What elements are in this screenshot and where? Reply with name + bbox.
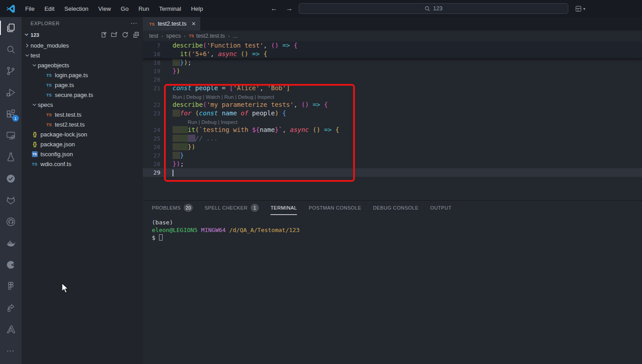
refresh-icon[interactable]: [122, 31, 128, 39]
activitybar-source-control-icon[interactable]: [0, 60, 22, 82]
file-package-json[interactable]: {}package.json: [22, 139, 143, 149]
file-tree: node_modulestestpageobjectsTSlogin.page.…: [22, 40, 143, 169]
activitybar-share-arrow-icon[interactable]: [0, 297, 22, 319]
explorer-section-root[interactable]: 123: [22, 30, 143, 40]
file-secure-page-ts[interactable]: TSsecure.page.ts: [22, 90, 143, 100]
activitybar-docker-icon[interactable]: [0, 232, 22, 254]
line-number: 23: [143, 109, 173, 118]
menu-run[interactable]: Run: [133, 3, 154, 14]
file-page-ts[interactable]: TSpage.ts: [22, 80, 143, 90]
panel-tab-postman-console[interactable]: POSTMAN CONSOLE: [309, 201, 361, 215]
breadcrumb-item[interactable]: ...: [233, 33, 237, 39]
activitybar-check-circle-icon[interactable]: [0, 168, 22, 189]
breadcrumb-item[interactable]: specs: [166, 33, 181, 39]
tree-item-label: tsconfig.json: [40, 151, 73, 158]
activitybar-gitlab-icon[interactable]: [0, 189, 22, 211]
code-line-21: 21const people = ['Alice', 'Bob']: [143, 84, 642, 92]
menu-edit[interactable]: Edit: [40, 3, 59, 14]
activity-bar: 1⋯: [0, 17, 22, 364]
menu-terminal[interactable]: Terminal: [154, 3, 186, 14]
activitybar-search-icon[interactable]: [0, 39, 22, 60]
forward-arrow-icon[interactable]: →: [285, 4, 294, 13]
file-package-lock-json[interactable]: {}package-lock.json: [22, 129, 143, 139]
line-number: 29: [143, 168, 173, 177]
code-line-19: 19}): [143, 67, 642, 75]
codelens-row: Run | Debug | Inspect: [143, 118, 642, 126]
explorer-more-icon[interactable]: ⋯: [130, 19, 137, 27]
tree-item-label: package.json: [40, 141, 75, 148]
close-icon[interactable]: ✕: [191, 21, 196, 27]
activitybar-remote-explorer-icon[interactable]: [0, 125, 22, 146]
activitybar-explorer-icon[interactable]: [0, 17, 22, 39]
activitybar-pie-circle-icon[interactable]: [0, 254, 22, 276]
tree-item-label: page.ts: [55, 82, 74, 88]
tree-item-label: wdio.conf.ts: [40, 161, 71, 167]
terminal[interactable]: (base)eleon@LEGION5 MINGW64 /d/QA_A/Test…: [143, 215, 642, 241]
chevron-down-icon: ▾: [583, 6, 585, 11]
panel-tab-terminal[interactable]: TERMINAL: [270, 201, 297, 215]
menu-file[interactable]: File: [20, 3, 40, 14]
codelens-actions[interactable]: Run | Debug | Watch | Run | Debug | Insp…: [173, 94, 274, 100]
tree-item-label: test2.test.ts: [55, 121, 84, 128]
folder-node-modules[interactable]: node_modules: [22, 40, 143, 50]
activitybar-extensions-icon[interactable]: 1: [0, 103, 22, 125]
collapse-all-icon[interactable]: [133, 31, 139, 39]
breadcrumb-item[interactable]: test: [149, 33, 158, 39]
code-lines: 18 });19})2021const people = ['Alice', '…: [143, 58, 642, 177]
code-line-18: 18 });: [143, 58, 642, 67]
code-editor[interactable]: 7describe('Function test', () => {16 it(…: [143, 41, 642, 200]
folder-specs[interactable]: specs: [22, 100, 143, 110]
activitybar-figma-icon[interactable]: [0, 276, 22, 297]
codelens-actions[interactable]: Run | Debug | Inspect: [188, 119, 238, 125]
file-tsconfig-json[interactable]: TStsconfig.json: [22, 149, 143, 159]
search-value: 123: [433, 5, 443, 12]
menu-help[interactable]: Help: [186, 3, 208, 14]
activitybar-github-icon[interactable]: [0, 211, 22, 232]
panel-tab-problems[interactable]: PROBLEMS20: [152, 201, 193, 215]
panel-tab-badge: 20: [184, 204, 193, 212]
bottom-panel: PROBLEMS20SPELL CHECKER1TERMINALPOSTMAN …: [143, 200, 642, 364]
breadcrumb-separator: ›: [184, 33, 186, 39]
layout-controls[interactable]: ▾: [575, 0, 585, 17]
file-wdio-conf-ts[interactable]: TSwdio.conf.ts: [22, 159, 143, 169]
line-number: 18: [143, 58, 173, 67]
line-number: 7: [143, 41, 173, 50]
file-test-test-ts[interactable]: TStest.test.ts: [22, 110, 143, 119]
panel-tab-spell-checker[interactable]: SPELL CHECKER1: [204, 201, 259, 215]
menu-bar: FileEditSelectionViewGoRunTerminalHelp: [20, 3, 208, 14]
activitybar-azure-icon[interactable]: [0, 319, 22, 340]
back-arrow-icon[interactable]: ←: [270, 4, 279, 13]
ts-file-icon: TS: [189, 34, 194, 38]
menu-go[interactable]: Go: [116, 3, 133, 14]
panel-tab-output[interactable]: OUTPUT: [430, 201, 452, 215]
terminal-line: (base): [152, 219, 642, 226]
line-number: 19: [143, 67, 173, 75]
folder-test[interactable]: test: [22, 50, 143, 60]
activitybar-more-icon[interactable]: ⋯: [0, 340, 22, 362]
menu-view[interactable]: View: [93, 3, 116, 14]
tree-item-label: test.test.ts: [55, 111, 81, 118]
activitybar-testing-flask-icon[interactable]: [0, 146, 22, 168]
ts-file-icon: TS: [45, 112, 53, 117]
panel-tabs: PROBLEMS20SPELL CHECKER1TERMINALPOSTMAN …: [143, 201, 642, 215]
breadcrumb-item[interactable]: TStest2.test.ts: [189, 33, 225, 39]
code-line-27: 27 }: [143, 151, 642, 160]
folder-pageobjects[interactable]: pageobjects: [22, 60, 143, 70]
chevron-down-icon: [31, 102, 38, 108]
terminal-cursor: [159, 234, 163, 241]
activitybar-run-debug-icon[interactable]: [0, 82, 22, 103]
tab-test2-test-ts[interactable]: TS test2.test.ts ✕: [143, 17, 200, 31]
code-line-29: 29: [143, 168, 642, 177]
new-file-icon[interactable]: [100, 31, 107, 39]
file-login-page-ts[interactable]: TSlogin.page.ts: [22, 70, 143, 80]
file-test2-test-ts[interactable]: TStest2.test.ts: [22, 119, 143, 129]
command-center-search[interactable]: 123: [299, 3, 568, 14]
ts-file-icon: TS: [45, 83, 53, 88]
menu-selection[interactable]: Selection: [59, 3, 93, 14]
tree-item-label: pageobjects: [38, 62, 69, 69]
json-file-icon: {}: [31, 131, 39, 137]
new-folder-icon[interactable]: [111, 31, 118, 39]
code-line-23: 23 for (const name of people) {: [143, 109, 642, 118]
tsconfig-file-icon: TS: [31, 151, 39, 157]
panel-tab-debug-console[interactable]: DEBUG CONSOLE: [373, 201, 418, 215]
